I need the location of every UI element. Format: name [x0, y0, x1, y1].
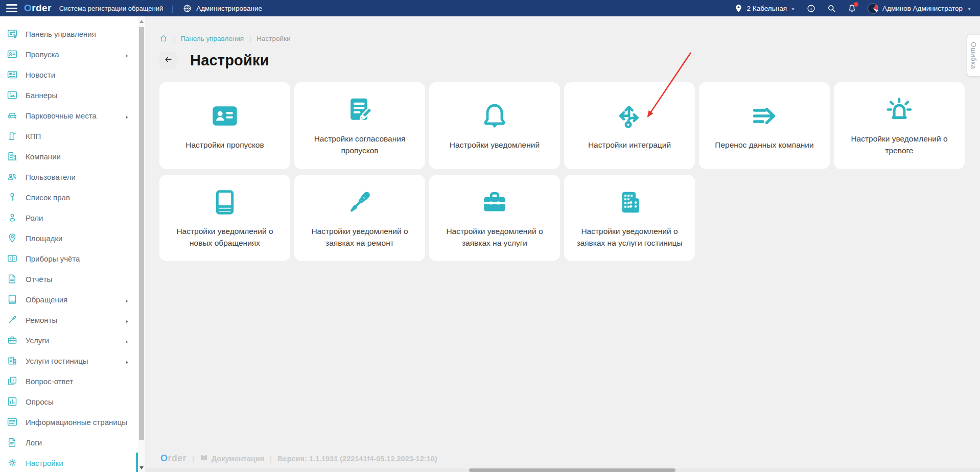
notifications-bell-icon[interactable]: [847, 4, 857, 13]
sidebar-item-permissions-key[interactable]: Список прав: [0, 187, 138, 207]
scrollbar-thumb[interactable]: [139, 27, 144, 440]
sidebar-item-passes[interactable]: Пропуска: [0, 44, 138, 64]
sidebar-item-label: Панель управления: [26, 30, 96, 38]
meters-icon: 12: [7, 253, 18, 264]
integrations-icon: [615, 101, 644, 131]
sidebar-item-label: Отчёты: [26, 275, 52, 284]
permissions-key-icon: [7, 192, 18, 203]
settings-card-screwdriver[interactable]: Настройки уведомлений о заявках на ремон…: [294, 175, 425, 262]
horizontal-scrollbar[interactable]: [145, 468, 980, 472]
horizontal-scrollbar-thumb[interactable]: [469, 468, 675, 472]
sidebar-item-info-pages[interactable]: Информационные страницы: [0, 412, 138, 432]
card-label: Настройки согласования пропусков: [304, 133, 415, 157]
repairs-icon: [7, 314, 18, 325]
sidebar-item-polls[interactable]: Опросы: [0, 391, 138, 412]
settings-card-bell[interactable]: Настройки уведомлений: [429, 82, 560, 169]
sidebar-item-label: Логи: [26, 438, 42, 447]
user-menu[interactable]: Админов Администратор: [868, 3, 972, 14]
sidebar-item-label: Вопрос-ответ: [26, 377, 73, 386]
sidebar-item-hotel-services[interactable]: Услуги гостиницы: [0, 350, 138, 371]
settings-card-book[interactable]: Настройки уведомлений о новых обращениях: [159, 175, 290, 262]
error-report-tab[interactable]: Ошибка: [967, 35, 980, 76]
logs-icon: [7, 437, 18, 448]
svg-text:?: ?: [12, 378, 15, 383]
home-icon[interactable]: [159, 34, 168, 42]
sidebar-item-label: Информационные страницы: [26, 418, 127, 427]
sidebar-item-logs[interactable]: Логи: [0, 432, 138, 453]
notification-badge: [854, 2, 858, 7]
sidebar-item-label: Площадки: [26, 234, 62, 243]
documentation-link[interactable]: Документация: [200, 454, 265, 464]
alarm-icon: [884, 95, 914, 125]
breadcrumb-separator: |: [173, 35, 175, 42]
card-label: Настройки уведомлений о заявках на услуг…: [574, 225, 685, 249]
sidebar-item-parking[interactable]: Парковочные места: [0, 105, 138, 126]
card-label: Настройки уведомлений о тревоге: [844, 133, 955, 157]
sidebar-item-label: Компании: [26, 152, 61, 161]
settings-card-data-transfer[interactable]: Перенос данных компании: [699, 82, 830, 169]
chevron-right-icon: [125, 358, 129, 364]
sidebar-item-reports[interactable]: Отчёты: [0, 269, 138, 289]
card-label: Настройки уведомлений: [450, 139, 540, 151]
search-icon[interactable]: [827, 4, 836, 13]
scroll-up-arrow-icon[interactable]: [139, 20, 144, 23]
settings-card-alarm[interactable]: Настройки уведомлений о тревоге: [834, 82, 965, 169]
news-icon: [7, 69, 18, 80]
menu-icon[interactable]: [6, 4, 17, 12]
documentation-label: Документация: [212, 455, 265, 463]
card-label: Настройки интеграций: [588, 139, 671, 151]
sidebar-item-repairs[interactable]: Ремонты: [0, 310, 138, 330]
sidebar: Панель управленияПропускаНовостиБаннерыП…: [0, 16, 138, 472]
back-button[interactable]: [159, 52, 177, 69]
card-label: Настройки уведомлений о заявках на услуг…: [439, 225, 550, 249]
hotel-icon: [615, 187, 644, 218]
chevron-right-icon: [125, 317, 129, 323]
footer-separator: |: [192, 455, 194, 463]
settings-card-document-edit[interactable]: Настройки согласования пропусков: [294, 82, 425, 169]
sidebar-item-meters[interactable]: 12Приборы учёта: [0, 248, 138, 269]
sidebar-item-label: Список прав: [26, 193, 70, 202]
sidebar-item-dashboard[interactable]: Панель управления: [0, 23, 138, 44]
sidebar-item-companies[interactable]: Компании: [0, 146, 138, 167]
breadcrumb: | Панель управления | Настройки: [159, 34, 980, 42]
checkpoint-icon: [7, 130, 18, 141]
settings-card-integrations[interactable]: Настройки интеграций: [564, 82, 695, 169]
card-label: Настройки уведомлений о новых обращениях: [169, 225, 281, 249]
scroll-down-arrow-icon[interactable]: [139, 466, 144, 469]
chevron-down-icon: [790, 6, 796, 11]
settings-gear-icon: [7, 457, 18, 468]
sidebar-item-checkpoint[interactable]: КПП: [0, 126, 138, 146]
sidebar-item-banners[interactable]: Баннеры: [0, 85, 138, 105]
settings-card-toolbox[interactable]: Настройки уведомлений о заявках на услуг…: [429, 175, 560, 262]
passes-icon: [7, 49, 18, 60]
card-label: Настройки уведомлений о заявках на ремон…: [304, 225, 415, 249]
sidebar-scrollbar[interactable]: [138, 16, 145, 472]
data-transfer-icon: [750, 101, 779, 131]
sidebar-item-users[interactable]: Пользователи: [0, 167, 138, 187]
sidebar-item-requests[interactable]: Обращения: [0, 289, 138, 310]
settings-card-id-card[interactable]: Настройки пропусков: [159, 82, 290, 169]
sidebar-item-roles[interactable]: Роли: [0, 207, 138, 228]
sidebar-item-services[interactable]: Услуги: [0, 330, 138, 350]
app-logo[interactable]: Order: [24, 3, 52, 14]
sidebar-item-sites-pin[interactable]: Площадки: [0, 228, 138, 248]
scrollbar-track[interactable]: [139, 25, 144, 464]
breadcrumb-separator: |: [249, 35, 251, 42]
sidebar-item-label: Настройки: [26, 459, 63, 467]
card-label: Перенос данных компании: [715, 139, 813, 151]
info-icon[interactable]: [806, 4, 816, 13]
dashboard-icon: [7, 28, 18, 39]
sidebar-item-settings-gear[interactable]: Настройки: [0, 453, 138, 472]
users-icon: [7, 171, 18, 182]
settings-card-hotel[interactable]: Настройки уведомлений о заявках на услуг…: [564, 175, 695, 262]
faq-icon: ?: [7, 375, 18, 387]
breadcrumb-link[interactable]: Панель управления: [180, 35, 244, 42]
location-selector[interactable]: 2 Кабельная: [734, 4, 796, 13]
user-avatar: [868, 3, 878, 14]
sidebar-item-faq[interactable]: ?Вопрос-ответ: [0, 371, 138, 391]
section-administration[interactable]: Администрирование: [182, 4, 262, 13]
roles-icon: [7, 212, 18, 223]
sidebar-item-label: Приборы учёта: [26, 254, 80, 263]
sidebar-item-news[interactable]: Новости: [0, 64, 138, 85]
sidebar-item-label: Обращения: [26, 295, 67, 304]
